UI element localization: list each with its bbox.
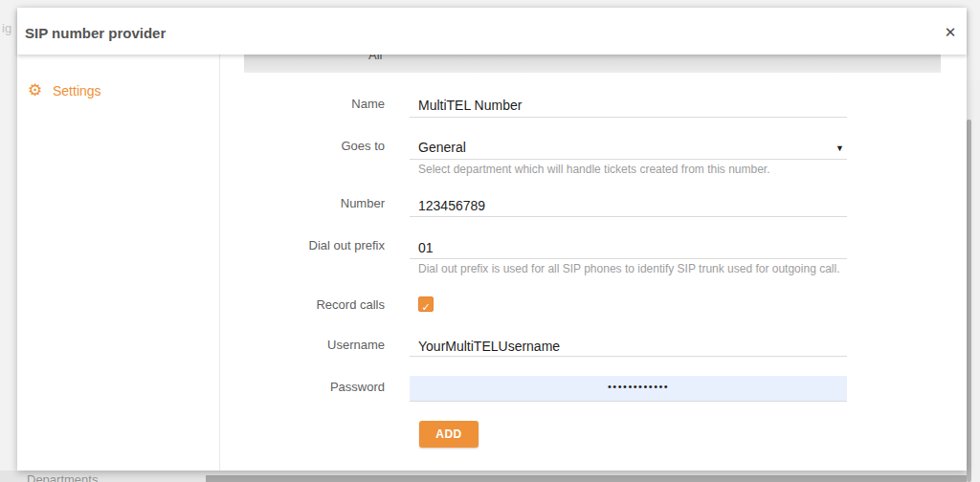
- dial-out-prefix-input[interactable]: 01: [418, 240, 434, 255]
- sidebar-item-label: Settings: [53, 83, 101, 99]
- number-input[interactable]: 123456789: [418, 198, 485, 213]
- record-calls-label: Record calls: [220, 297, 385, 312]
- page-scrollbar-track[interactable]: [967, 80, 980, 482]
- name-label: Name: [220, 97, 385, 111]
- chevron-down-icon[interactable]: ▼: [835, 143, 844, 153]
- close-button[interactable]: ✕: [940, 22, 961, 43]
- goes-to-label: Goes to: [220, 139, 385, 153]
- sidebar-item-settings[interactable]: ⚙ Settings: [17, 79, 219, 102]
- sip-number-provider-modal: SIP number provider ✕ ⚙ Settings All Nam…: [17, 8, 967, 471]
- goes-to-underline: [410, 159, 847, 160]
- gear-icon: ⚙: [28, 81, 42, 100]
- dial-out-prefix-underline: [410, 258, 847, 259]
- number-label: Number: [220, 196, 385, 210]
- background-departments-label: Departments: [27, 472, 98, 482]
- goes-to-helper-text: Select department which will handle tick…: [418, 163, 770, 176]
- filter-bar-label: All: [368, 55, 382, 62]
- filter-bar-all[interactable]: All: [244, 55, 941, 73]
- dial-out-prefix-helper-text: Dial out prefix is used for all SIP phon…: [418, 262, 839, 275]
- password-masked-value: ••••••••••••: [608, 381, 669, 392]
- username-underline: [410, 356, 847, 357]
- record-calls-checkbox[interactable]: ✓: [418, 296, 434, 312]
- username-label: Username: [220, 338, 385, 352]
- page-scrollbar-thumb[interactable]: [967, 120, 971, 482]
- modal-header: SIP number provider ✕: [17, 8, 967, 55]
- check-icon: ✓: [421, 301, 430, 313]
- close-icon: ✕: [945, 24, 957, 40]
- sidebar: ⚙ Settings: [17, 55, 220, 471]
- password-underline: [410, 401, 847, 402]
- password-input[interactable]: ••••••••••••: [410, 376, 847, 401]
- background-bottom-bar: [206, 475, 967, 482]
- dial-out-prefix-label: Dial out prefix: [220, 238, 385, 252]
- name-input[interactable]: MultiTEL Number: [418, 98, 522, 113]
- modal-title: SIP number provider: [25, 25, 166, 41]
- password-label: Password: [220, 380, 385, 394]
- username-input[interactable]: YourMultiTELUsername: [418, 339, 560, 354]
- name-underline: [410, 117, 847, 118]
- add-button[interactable]: ADD: [419, 421, 479, 448]
- settings-form: All Name MultiTEL Number Goes to General…: [220, 55, 967, 471]
- number-underline: [410, 216, 847, 217]
- background-text-fragment: ig: [2, 21, 11, 35]
- goes-to-select[interactable]: General: [418, 140, 466, 155]
